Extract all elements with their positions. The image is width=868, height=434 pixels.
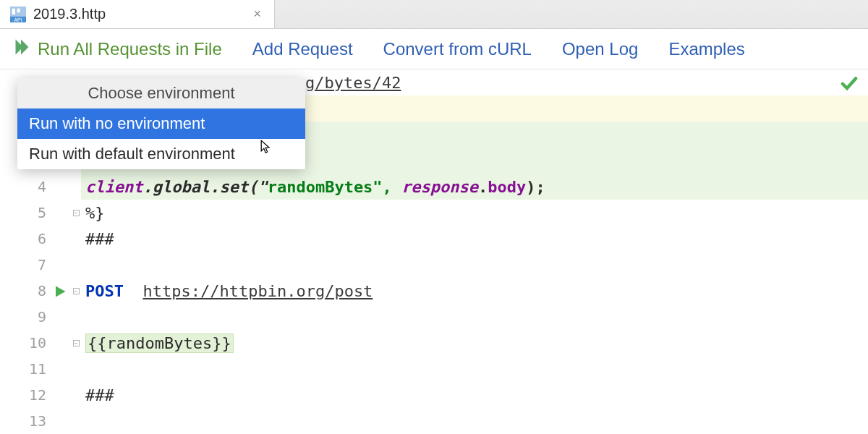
fold-toggle-icon[interactable]: –	[73, 340, 80, 346]
code-line: %}	[81, 200, 868, 226]
add-request-link[interactable]: Add Request	[252, 39, 353, 59]
code-line	[81, 304, 868, 330]
svg-rect-4	[17, 8, 20, 12]
code-line: ###	[81, 226, 868, 252]
gutter-line: 12	[0, 382, 71, 408]
gutter-line: 6	[0, 226, 71, 252]
gutter-line: 8	[0, 278, 71, 304]
mouse-cursor-icon	[256, 139, 273, 156]
examples-link[interactable]: Examples	[668, 39, 744, 59]
gutter-line: 11	[0, 356, 71, 382]
run-no-environment-option[interactable]: Run with no environment	[17, 109, 305, 139]
tab-bar: API 2019.3.http ×	[0, 0, 868, 29]
code-line: POST https://httpbin.org/post	[81, 278, 868, 304]
code-line	[81, 252, 868, 278]
code-line	[81, 408, 868, 434]
file-tab[interactable]: API 2019.3.http ×	[0, 0, 275, 28]
gutter-line: 5	[0, 200, 71, 226]
api-file-icon: API	[10, 7, 26, 22]
analysis-ok-icon[interactable]	[841, 75, 858, 93]
gutter-line: 4	[0, 174, 71, 200]
code-line: {{randomBytes}}	[81, 330, 868, 356]
gutter-line: 7	[0, 252, 71, 278]
code-line: ###	[81, 382, 868, 408]
open-log-link[interactable]: Open Log	[562, 39, 638, 59]
tab-filename: 2019.3.http	[33, 6, 243, 22]
gutter-line: 10	[0, 330, 71, 356]
run-request-gutter-icon[interactable]	[54, 284, 67, 297]
gutter-line: 13	[0, 408, 71, 434]
fold-toggle-icon[interactable]: –	[73, 288, 80, 294]
code-line: client.global.set("randomBytes", respons…	[81, 174, 868, 200]
run-all-requests-button[interactable]: Run All Requests in File	[14, 38, 222, 60]
svg-text:API: API	[14, 17, 22, 22]
fold-toggle-icon[interactable]: –	[73, 210, 80, 216]
run-all-icon	[14, 38, 32, 60]
code-line	[81, 356, 868, 382]
svg-rect-3	[12, 8, 15, 14]
action-bar: Run All Requests in File Add Request Con…	[0, 29, 868, 69]
gutter-line: 9	[0, 304, 71, 330]
convert-curl-link[interactable]: Convert from cURL	[383, 39, 532, 59]
popup-header: Choose environment	[17, 78, 305, 109]
close-tab-icon[interactable]: ×	[250, 7, 264, 22]
run-all-label: Run All Requests in File	[38, 39, 222, 59]
